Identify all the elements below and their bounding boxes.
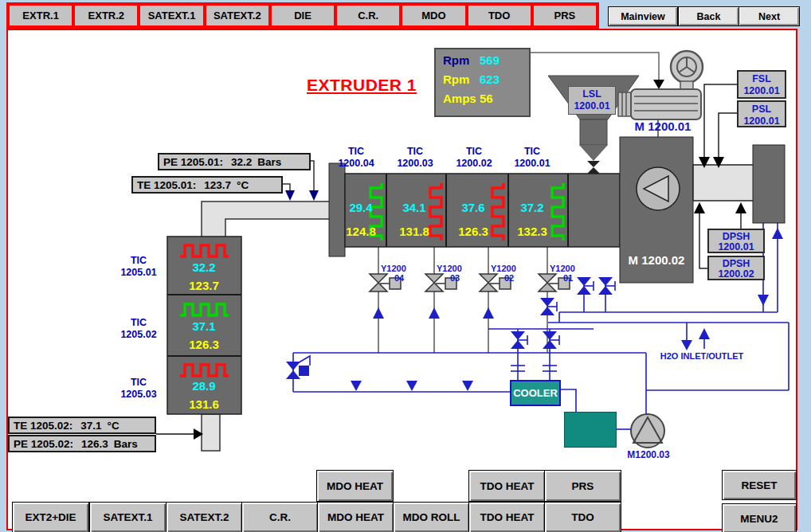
nav-die-button[interactable]: DIE <box>270 4 335 27</box>
valve-label-y1200-03: Y120003 <box>437 264 462 283</box>
lsl-line2: 1200.01 <box>569 100 615 112</box>
die2-pv: 37.1 <box>180 319 228 333</box>
ext2-die-button[interactable]: EXT2+DIE <box>12 502 89 532</box>
nav-tdo-button[interactable]: TDO <box>467 4 532 27</box>
psl-line1: PSL <box>739 104 785 115</box>
next-button[interactable]: Next <box>739 6 800 26</box>
tic-1200-04-tag[interactable]: TIC1200.04 <box>324 146 388 170</box>
prs-lower-button[interactable]: PRS <box>544 470 621 502</box>
amps-value: 56 <box>480 92 493 111</box>
tic-1200-02-tag[interactable]: TIC1200.02 <box>442 146 506 170</box>
h2o-label: H2O INLET/OUTLET <box>642 351 762 361</box>
zone4-pv: 29.4 <box>337 201 385 214</box>
back-button[interactable]: Back <box>678 6 739 26</box>
page-title: EXTRUDER 1 <box>307 76 417 95</box>
nav-cr-button[interactable]: C.R. <box>335 4 401 27</box>
psl-tag[interactable]: PSL 1200.01 <box>737 100 786 127</box>
die1-pv: 32.2 <box>180 260 228 274</box>
nav-prs-button[interactable]: PRS <box>532 4 597 27</box>
satext2-lower-button[interactable]: SATEXT.2 <box>166 502 243 532</box>
mdo-heat-upper-button[interactable]: MDO HEAT <box>316 470 394 502</box>
zone1-sv: 132.3 <box>508 225 556 238</box>
tdo-heat-lower-button[interactable]: TDO HEAT <box>468 502 546 532</box>
cr-lower-button[interactable]: C.R. <box>241 502 319 532</box>
tic-1205-02-tag[interactable]: TIC1205.02 <box>112 317 166 341</box>
drive-display-panel[interactable]: Rpm569 Rpm623 Amps56 <box>434 48 531 117</box>
die2-sv: 126.3 <box>180 338 228 351</box>
nav-mdo-button[interactable]: MDO <box>401 4 466 27</box>
nav-extr1-button[interactable]: EXTR.1 <box>8 4 73 27</box>
zone3-sv: 131.8 <box>390 225 438 238</box>
die3-sv: 131.6 <box>180 397 228 411</box>
valve-label-y1200-04: Y120004 <box>381 264 406 283</box>
zone1-pv: 37.2 <box>508 201 556 214</box>
pe-1205-01-label: PE 1205.01:32.2Bars <box>158 153 311 170</box>
hmi-screen: EXTR.1 EXTR.2 SATEXT.1 SATEXT.2 DIE C.R.… <box>0 0 811 532</box>
fsl-line2: 1200.01 <box>739 85 785 97</box>
mdo-roll-button[interactable]: MDO ROLL <box>393 502 470 532</box>
zone2-pv: 37.6 <box>449 201 497 214</box>
main-drive-label: M 1200.02 <box>621 253 692 267</box>
die1-sv: 123.7 <box>180 279 228 292</box>
valve-label-y1200-01: Y120001 <box>550 264 575 283</box>
mainview-button[interactable]: Mainview <box>608 6 678 26</box>
menu2-button[interactable]: MENU2 <box>722 503 797 532</box>
feed-motor-label: M 1200.01 <box>626 119 699 133</box>
psl-line2: 1200.01 <box>739 115 785 127</box>
dpsh1-line2: 1200.01 <box>709 242 763 252</box>
water-pump-label: M1200.03 <box>616 449 681 460</box>
dpsh2-tag[interactable]: DPSH 1200.02 <box>707 256 765 280</box>
zone4-sv: 124.8 <box>337 225 385 238</box>
amps-label: Amps <box>443 92 480 111</box>
fsl-line1: FSL <box>739 73 785 85</box>
nav-satext2-button[interactable]: SATEXT.2 <box>205 4 270 27</box>
tdo-heat-upper-button[interactable]: TDO HEAT <box>468 470 546 502</box>
rpm-act-label: Rpm <box>443 72 480 92</box>
tic-1200-03-tag[interactable]: TIC1200.03 <box>383 146 447 170</box>
reset-button[interactable]: RESET <box>722 470 797 500</box>
fsl-tag[interactable]: FSL 1200.01 <box>737 70 786 99</box>
te-1205-01-label: TE 1205.01:123.7°C <box>131 176 283 194</box>
zone2-sv: 126.3 <box>449 225 497 238</box>
pe-1205-02-label: PE 1205.02:126.3Bars <box>8 435 156 452</box>
valve-label-y1200-02: Y120002 <box>491 264 516 283</box>
dpsh2-line2: 1200.02 <box>709 269 763 280</box>
tdo-lower-button[interactable]: TDO <box>544 502 621 532</box>
water-tank <box>564 412 617 448</box>
rpm-set-label: Rpm <box>443 53 480 72</box>
tic-1205-01-tag[interactable]: TIC1205.01 <box>112 255 166 279</box>
te-1205-02-label: TE 1205.02:37.1°C <box>8 417 156 434</box>
mdo-heat-lower-button[interactable]: MDO HEAT <box>317 502 394 532</box>
zone3-pv: 34.1 <box>390 201 438 214</box>
nav-extr2-button[interactable]: EXTR.2 <box>73 4 139 27</box>
tic-1200-01-tag[interactable]: TIC1200.01 <box>500 146 564 170</box>
satext1-lower-button[interactable]: SATEXT.1 <box>89 502 167 532</box>
rpm-act-value: 623 <box>480 72 500 92</box>
dpsh1-tag[interactable]: DPSH 1200.01 <box>707 229 765 253</box>
rpm-set-value: 569 <box>480 53 500 72</box>
die3-pv: 28.9 <box>180 379 228 393</box>
lsl-line1: LSL <box>569 88 615 100</box>
tic-1205-03-tag[interactable]: TIC1205.03 <box>112 377 166 401</box>
lsl-tag[interactable]: LSL 1200.01 <box>568 86 616 115</box>
cooler-box[interactable]: COOLER <box>510 380 561 406</box>
nav-satext1-button[interactable]: SATEXT.1 <box>139 4 204 27</box>
top-nav-frame: EXTR.1 EXTR.2 SATEXT.1 SATEXT.2 DIE C.R.… <box>6 2 599 29</box>
